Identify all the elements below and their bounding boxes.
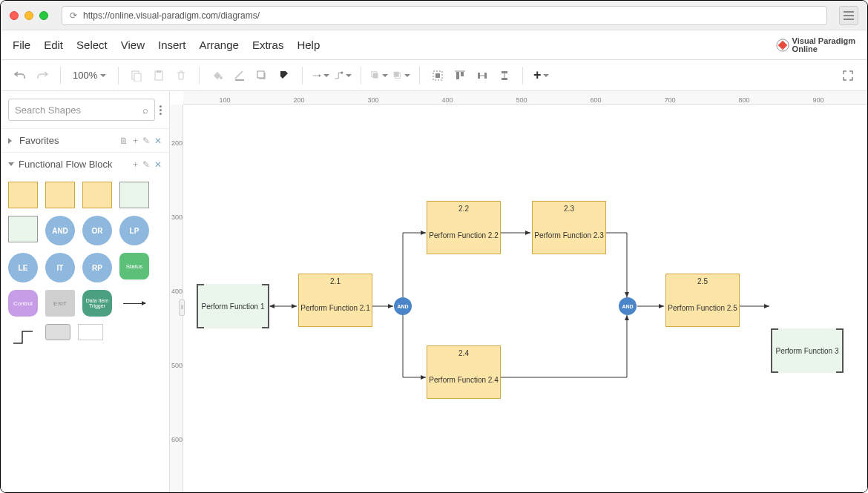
to-front-button[interactable] [370,67,388,85]
node-2-3[interactable]: 2.3 Perform Function 2.3 [532,201,606,254]
chevron-down-icon [543,74,549,77]
redo-button[interactable] [33,67,51,85]
connector-style-button[interactable] [312,67,329,85]
palette-arrow[interactable] [119,290,149,317]
shape-palette: AND OR LP LE IT RP Status Control EXIT D… [1,176,169,357]
palette-reference-block[interactable] [119,182,149,208]
menu-view[interactable]: View [121,39,145,51]
chevron-down-icon [100,74,106,77]
search-input[interactable]: Search Shapes ⌕ [8,99,155,121]
svg-point-6 [220,76,223,79]
traffic-lights [10,11,48,20]
fill-button[interactable] [208,67,226,85]
search-options-icon[interactable] [160,105,162,115]
palette-status[interactable]: Status [119,253,149,279]
chevron-down-icon [346,74,352,77]
palette-reference-block-2[interactable] [8,216,38,242]
palette-rectangle[interactable] [45,324,70,340]
browser-menu-icon[interactable] [839,6,858,25]
palette-trigger[interactable]: Data Item Trigger [82,290,112,317]
edit-panel-icon[interactable]: ✎ [142,159,150,170]
palette-and-gate[interactable]: AND [45,216,75,245]
svg-rect-18 [456,72,459,79]
canvas-wrap: 100 200 300 400 500 600 700 800 900 200 … [170,91,867,493]
node-2-5[interactable]: 2.5 Perform Function 2.5 [665,274,740,327]
format-painter-button[interactable] [275,67,293,85]
add-shape-icon[interactable]: + [133,136,138,146]
svg-rect-22 [484,73,487,79]
add-button[interactable]: + [532,67,550,85]
palette-function-block[interactable] [8,182,38,208]
maximize-window-icon[interactable] [39,11,48,20]
paste-button[interactable] [150,67,168,85]
distribute-h-button[interactable] [473,67,491,85]
vp-logo[interactable]: Visual ParadigmOnline [776,37,855,53]
fullscreen-button[interactable] [839,67,857,85]
close-panel-icon[interactable]: ✕ [154,159,162,170]
palette-rp-gate[interactable]: RP [82,253,112,282]
reload-icon[interactable]: ⟳ [70,10,77,21]
palette-it-gate[interactable]: IT [45,253,75,282]
search-icon: ⌕ [142,105,148,116]
menu-extras[interactable]: Extras [252,39,284,51]
align-button[interactable] [429,67,447,85]
menu-edit[interactable]: Edit [44,39,63,51]
url-bar[interactable]: ⟳ https://online.visual-paradigm.com/dia… [62,6,827,25]
main: Search Shapes ⌕ Favorites 🗎 + ✎ ✕ Functi… [1,91,867,493]
panel-favorites[interactable]: Favorites 🗎 + ✎ ✕ [1,128,169,152]
palette-le-gate[interactable]: LE [8,253,38,282]
node-and2[interactable]: AND [619,297,637,315]
menu-arrange[interactable]: Arrange [200,39,239,51]
panel-ffb[interactable]: Functional Flow Block + ✎ ✕ [1,152,169,176]
menu-insert[interactable]: Insert [158,39,186,51]
copy-button[interactable] [128,67,145,85]
delete-button[interactable] [172,67,190,85]
shadow-button[interactable] [253,67,271,85]
undo-button[interactable] [11,67,29,85]
node-2-2[interactable]: 2.2 Perform Function 2.2 [427,201,501,254]
node-2-1[interactable]: 2.1 Perform Function 2.1 [298,274,372,327]
node-ref1[interactable]: Perform Function 1 [197,284,269,328]
edit-panel-icon[interactable]: ✎ [142,136,150,146]
add-shape-icon[interactable]: + [133,159,138,170]
svg-rect-7 [235,79,244,81]
menu-file[interactable]: File [13,39,30,51]
palette-control[interactable]: Control [8,290,38,317]
browser-bar: ⟳ https://online.visual-paradigm.com/dia… [1,1,867,30]
palette-function-block-2[interactable] [45,182,75,208]
ruler-horizontal: 100 200 300 400 500 600 700 800 900 [183,91,867,105]
canvas[interactable]: ⦀ [183,105,867,493]
stroke-button[interactable] [231,67,249,85]
palette-or-gate[interactable]: OR [82,216,112,245]
chevron-down-icon [382,74,388,77]
to-back-button[interactable] [392,67,410,85]
svg-rect-1 [777,40,787,50]
svg-rect-25 [502,78,507,80]
node-ref1-label: Perform Function 1 [201,302,264,311]
close-panel-icon[interactable]: ✕ [154,136,162,146]
url-text: https://online.visual-paradigm.com/diagr… [83,10,260,21]
node-and1[interactable]: AND [394,297,412,315]
svg-rect-24 [502,71,507,73]
waypoint-style-button[interactable] [334,67,352,85]
node-2-4[interactable]: 2.4 Perform Function 2.4 [427,345,501,399]
node-ref3[interactable]: Perform Function 3 [771,328,844,373]
menu-bar: File Edit Select View Insert Arrange Ext… [1,30,867,60]
svg-point-10 [341,71,343,73]
palette-text[interactable] [78,324,103,340]
close-window-icon[interactable] [10,11,19,20]
save-favorites-icon[interactable]: 🗎 [119,136,128,146]
menu-select[interactable]: Select [76,39,108,51]
palette-step[interactable] [8,324,38,351]
minimize-window-icon[interactable] [24,11,33,20]
vp-logo-text: Visual ParadigmOnline [792,37,855,53]
sidebar-splitter[interactable]: ⦀ [179,300,185,316]
palette-lp-gate[interactable]: LP [119,216,149,245]
palette-exit[interactable]: EXIT [45,290,75,317]
palette-function-block-3[interactable] [82,182,112,208]
align-top-button[interactable] [451,67,469,85]
menu-help[interactable]: Help [297,39,320,51]
zoom-select[interactable]: 100% [70,70,109,81]
svg-rect-13 [394,71,399,76]
distribute-v-button[interactable] [496,67,513,85]
